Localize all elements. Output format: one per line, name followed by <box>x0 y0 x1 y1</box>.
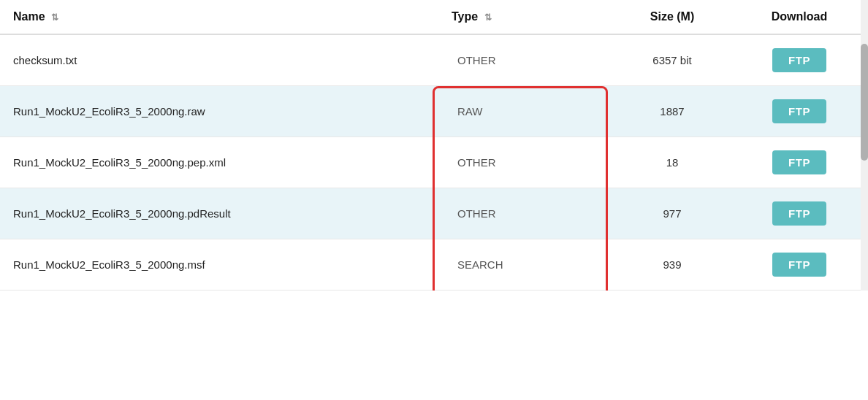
file-name-cell: checksum.txt <box>0 34 438 86</box>
col-header-size: Size (M) <box>614 0 731 34</box>
file-type-cell: OTHER <box>438 137 614 188</box>
download-cell: FTP <box>731 239 868 291</box>
type-label: SEARCH <box>457 258 503 271</box>
ftp-button[interactable]: FTP <box>772 99 826 123</box>
download-cell: FTP <box>731 34 868 86</box>
file-type-cell: OTHER <box>438 188 614 239</box>
type-label: OTHER <box>457 54 496 66</box>
table-row: Run1_MockU2_EcoliR3_5_2000ng.msf SEARCH9… <box>0 239 868 291</box>
type-label: OTHER <box>457 207 496 220</box>
file-type-cell: RAW <box>438 86 614 137</box>
download-cell: FTP <box>731 86 868 137</box>
table-header-row: Name ⇅ Type ⇅ Size (M) Download <box>0 0 868 34</box>
table-row: checksum.txt OTHER6357 bitFTP <box>0 34 868 86</box>
scrollbar-thumb[interactable] <box>861 44 868 161</box>
ftp-button[interactable]: FTP <box>772 48 826 72</box>
file-size-cell: 977 <box>614 188 731 239</box>
download-cell: FTP <box>731 188 868 239</box>
ftp-button[interactable]: FTP <box>772 150 826 174</box>
col-header-type[interactable]: Type ⇅ <box>438 0 614 34</box>
ftp-button[interactable]: FTP <box>772 201 826 226</box>
col-header-download: Download <box>731 0 868 34</box>
file-name-cell: Run1_MockU2_EcoliR3_5_2000ng.msf <box>0 239 438 291</box>
file-type-cell: OTHER <box>438 34 614 86</box>
ftp-button[interactable]: FTP <box>772 253 826 277</box>
file-name-cell: Run1_MockU2_EcoliR3_5_2000ng.raw <box>0 86 438 137</box>
type-label: RAW <box>457 105 482 118</box>
scrollbar-track[interactable] <box>861 0 868 291</box>
file-size-cell: 18 <box>614 137 731 188</box>
file-table-wrapper: Name ⇅ Type ⇅ Size (M) Download checksum… <box>0 0 868 291</box>
file-size-cell: 1887 <box>614 86 731 137</box>
table-row: Run1_MockU2_EcoliR3_5_2000ng.pep.xml OTH… <box>0 137 868 188</box>
table-row: Run1_MockU2_EcoliR3_5_2000ng.raw RAW1887… <box>0 86 868 137</box>
sort-icon-name[interactable]: ⇅ <box>51 12 58 23</box>
table-row: Run1_MockU2_EcoliR3_5_2000ng.pdResult OT… <box>0 188 868 239</box>
file-name-cell: Run1_MockU2_EcoliR3_5_2000ng.pdResult <box>0 188 438 239</box>
type-label: OTHER <box>457 156 496 169</box>
sort-icon-type[interactable]: ⇅ <box>484 12 492 23</box>
file-type-cell: SEARCH <box>438 239 614 291</box>
file-name-cell: Run1_MockU2_EcoliR3_5_2000ng.pep.xml <box>0 137 438 188</box>
file-size-cell: 6357 bit <box>614 34 731 86</box>
file-table: Name ⇅ Type ⇅ Size (M) Download checksum… <box>0 0 868 291</box>
download-cell: FTP <box>731 137 868 188</box>
file-size-cell: 939 <box>614 239 731 291</box>
col-header-name[interactable]: Name ⇅ <box>0 0 438 34</box>
